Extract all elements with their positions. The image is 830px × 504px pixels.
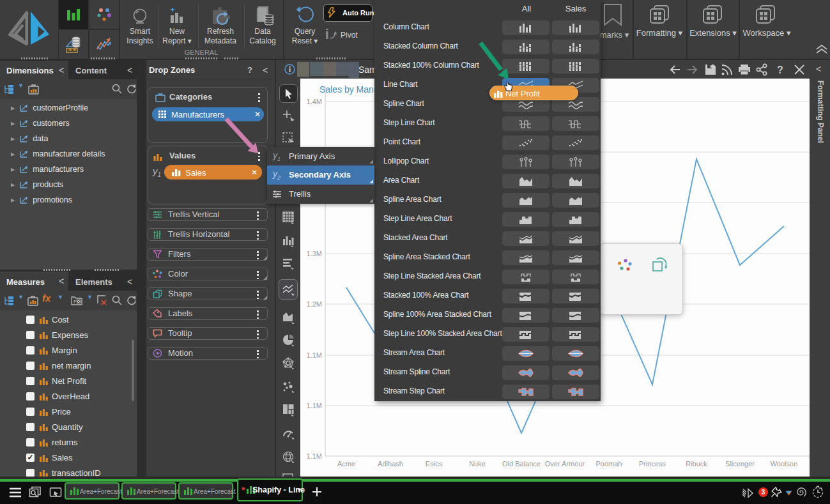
svg-text:1.1M: 1.1M (307, 402, 322, 409)
svg-text:1.1M: 1.1M (307, 452, 322, 460)
svg-text:?: ? (777, 65, 783, 75)
svg-text:Over Armour: Over Armour (545, 460, 585, 468)
svg-text:Nuke: Nuke (469, 460, 486, 468)
svg-text:1.3M: 1.3M (307, 250, 322, 257)
svg-text:Adihash: Adihash (378, 460, 403, 468)
svg-text:Ribuck: Ribuck (686, 460, 707, 468)
svg-text:Poomah: Poomah (596, 460, 622, 468)
svg-text:Acme: Acme (337, 460, 355, 468)
svg-text:Woolson: Woolson (771, 460, 798, 468)
svg-text:Old Balance: Old Balance (502, 460, 541, 468)
svg-text:Esics: Esics (426, 460, 443, 468)
svg-text:Slicenger: Slicenger (725, 460, 755, 468)
svg-text:1.2M: 1.2M (307, 300, 322, 308)
svg-text:1.4M: 1.4M (307, 98, 322, 105)
svg-text:1.1M: 1.1M (307, 351, 322, 359)
svg-text:F: F (73, 299, 77, 305)
svg-text:Princess: Princess (639, 460, 666, 468)
